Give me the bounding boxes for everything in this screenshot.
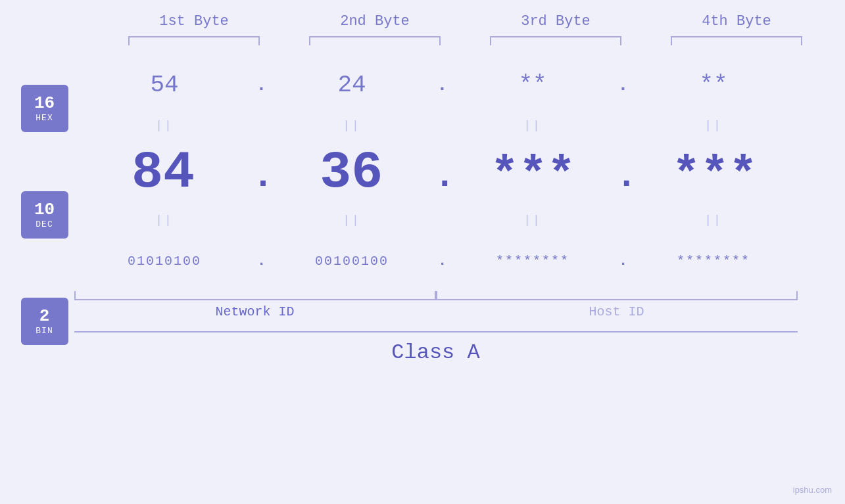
class-bracket-line [74,331,798,332]
dot-hex-3: . [617,75,630,95]
bin-b3: ******** [496,254,569,269]
eq2-b4: || [704,214,723,227]
dot-dec-1: . [253,156,269,202]
main-container: 1st Byte 2nd Byte 3rd Byte 4th Byte 16 H… [0,0,845,504]
dot-bin-2: . [436,253,449,269]
eq-row-1: || || || || [74,111,798,140]
eq-row-2: || || || || [74,206,798,235]
eq1-b2: || [343,119,361,132]
dec-b4: *** [672,149,758,202]
bottom-labels: Network ID Host ID [74,304,798,319]
badge-hex-num: 16 [34,94,55,113]
eq1-b3: || [523,119,542,132]
bracket-host [436,291,798,300]
bin-b4: ******** [677,254,750,269]
eq2-b3: || [523,214,542,227]
bin-b1: 01010100 [128,254,201,269]
dot-dec-2: . [434,156,450,202]
header-byte1: 1st Byte [122,13,266,30]
full-layout: 16 HEX 10 DEC 2 BIN 54 . 24 [15,58,837,365]
eq2-b2: || [343,214,361,227]
byte-headers: 1st Byte 2nd Byte 3rd Byte 4th Byte [104,13,827,30]
bracket-byte1 [128,36,260,45]
hex-b3: ** [518,72,546,99]
eq1-b1: || [155,119,174,132]
class-label: Class A [391,340,479,365]
badge-hex: 16 HEX [21,85,68,132]
top-bracket-row [104,36,827,45]
watermark: ipshu.com [793,485,832,495]
dec-row: 84 . 36 . *** . *** [74,140,798,206]
hex-b4: ** [699,72,727,99]
dec-b2: 36 [320,143,383,202]
badge-hex-label: HEX [36,113,53,123]
badge-dec-num: 10 [34,200,55,219]
values-column: 54 . 24 . ** . ** || || [74,58,837,365]
eq2-b1: || [155,214,174,227]
header-byte4: 4th Byte [664,13,809,30]
dot-hex-1: . [255,75,268,95]
dot-bin-3: . [617,253,630,269]
bin-row: 01010100 . 00100100 . ******** . *******… [74,235,798,287]
badge-bin-num: 2 [39,307,50,326]
dot-bin-1: . [255,253,268,269]
bottom-brackets [74,291,798,300]
bracket-byte3 [490,36,621,45]
dec-b1: 84 [132,143,195,202]
bracket-byte2 [309,36,441,45]
header-byte2: 2nd Byte [302,13,447,30]
host-id-label: Host ID [589,304,644,319]
badges-column: 16 HEX 10 DEC 2 BIN [15,58,74,365]
bin-b2: 00100100 [315,254,389,269]
eq1-b4: || [704,119,723,132]
badge-dec: 10 DEC [21,191,68,239]
hex-b1: 54 [150,72,178,99]
hex-row: 54 . 24 . ** . ** [74,58,798,111]
dec-b3: *** [491,149,576,202]
badge-bin: 2 BIN [21,298,68,345]
network-id-label: Network ID [215,304,294,319]
badge-bin-label: BIN [36,326,53,336]
badge-dec-label: DEC [36,219,53,229]
bracket-byte4 [671,36,802,45]
header-byte3: 3rd Byte [483,13,628,30]
hex-b2: 24 [337,72,366,99]
bracket-network [74,291,436,300]
dot-dec-3: . [616,156,632,202]
dot-hex-2: . [436,75,449,95]
